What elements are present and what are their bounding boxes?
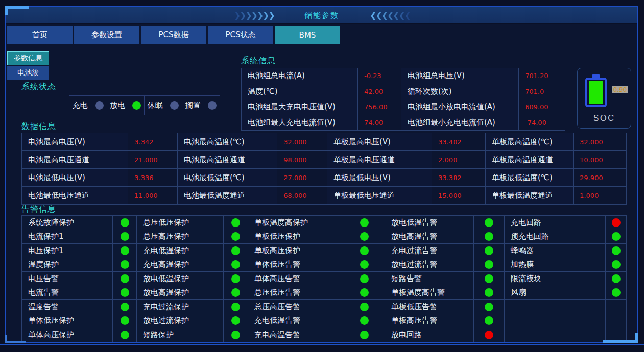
bottom-strip [0,344,644,352]
alarm-status-dot [485,246,493,255]
corner-accent-bottom-left [5,335,26,343]
soc-panel: 0.90 SOC [577,68,631,129]
alarm-dot-cell [113,216,137,230]
alarm-dot-cell [474,328,505,342]
alarm-status-dot [485,331,493,339]
alarm-dot-cell [606,230,627,244]
sysinfo-label-cell: 电池组总电压(V) [401,68,519,84]
system-status-box: 充电放电休眠搁置 [69,95,220,115]
tab-bar: 首页参数设置PCS数据PCS状态BMS [7,26,340,44]
alarm-label: 电压保护1 [22,244,113,258]
datainfo-value-cell: 32.000 [277,133,327,151]
tab-pcs-status[interactable]: PCS状态 [208,26,273,44]
sysinfo-label-cell: 电池组最小充电电流值(A) [401,115,519,131]
alarm-dot-cell [606,216,627,230]
alarm-status-dot [360,246,369,255]
alarm-dot-cell [606,258,627,272]
alarm-dot-cell [344,244,385,258]
alarm-status-dot [485,260,493,269]
status-cell-2: 休眠 [145,96,182,115]
alarm-label: 放电高温告警 [385,230,474,244]
alarm-label: 短路告警 [385,272,474,286]
side-button-param-info[interactable]: 参数信息 [7,51,49,65]
datainfo-label-cell: 单板最低电压通道 [327,187,432,205]
battery-icon [585,78,607,107]
sysinfo-label-cell: 电池组最大充电电压值(V) [242,99,358,115]
alarm-status-dot [360,260,369,269]
sysinfo-value-cell: 701.20 [519,68,565,84]
status-indicator-dot [132,101,141,110]
alarm-dot-cell [606,300,627,314]
tab-param-settings[interactable]: 参数设置 [74,26,139,44]
alarm-label: 总压高压告警 [248,300,344,314]
status-indicator-dot [95,101,104,110]
alarm-label: 充电低温保护 [137,244,224,258]
alarm-status-dot [231,218,240,227]
status-cell-3: 搁置 [182,96,220,115]
sysinfo-value-cell: 701.0 [519,84,565,100]
alarm-status-dot [360,232,369,241]
alarm-status-dot [485,274,493,283]
alarm-label [505,300,606,314]
alarm-label [505,314,606,329]
tab-home[interactable]: 首页 [7,26,73,44]
status-label: 休眠 [148,100,163,110]
tab-bms[interactable]: BMS [275,26,340,44]
system-info-table: 电池组总电流(A)-0.23电池组总电压(V)701.20温度(℃)42.00循… [241,68,565,131]
alarm-label: 加热膜 [505,258,606,272]
datainfo-value-cell: 1.000 [574,187,627,205]
alarm-status-dot [231,246,240,255]
sysinfo-value-cell: -74.00 [519,115,565,131]
alarm-status-dot [485,218,493,227]
alarm-label: 单板低压保护 [248,230,344,244]
datainfo-label-cell: 电池最高电压(V) [22,133,128,151]
alarm-dot-cell [474,300,505,314]
alarm-label: 单板低压告警 [385,300,474,314]
datainfo-label-cell: 电池最低温度通道 [178,187,277,205]
alarm-label: 单板温度高保护 [248,216,344,230]
alarm-status-dot [121,260,129,269]
tab-pcs-data[interactable]: PCS数据 [141,26,206,44]
datainfo-value-cell: 21.000 [128,151,178,169]
alarm-label: 单体高压保护 [22,328,113,342]
status-indicator-dot [208,101,217,110]
system-info-heading: 系统信息 [241,56,276,66]
sysinfo-label-cell: 电池组最小放电电流值(A) [401,99,519,115]
sysinfo-value-cell: 756.00 [358,99,401,115]
alarm-dot-cell [224,216,248,230]
alarm-status-dot [612,232,621,241]
status-cell-0: 充电 [69,96,107,115]
datainfo-label-cell: 单板最高温度(℃) [486,133,574,151]
alarm-status-dot [231,232,240,241]
alarm-status-dot [360,303,369,311]
alarm-status-dot [360,288,369,297]
alarm-dot-cell [344,300,385,314]
alarm-label: 充电高温保护 [137,258,224,272]
alarm-dot-cell [113,272,137,286]
alarm-dot-cell [344,272,385,286]
alarm-dot-cell [113,314,137,329]
title-bar: ❯❯❯❯❯❯❯ 储能参数 ❮❮❮❮❮❮❮ [6,7,637,24]
side-button-battery-cluster[interactable]: 电池簇 [7,66,49,80]
status-cell-1: 放电 [107,96,145,115]
alarm-label: 单体低压保护 [22,314,113,329]
alarm-dot-cell [113,300,137,314]
alarm-status-dot [360,274,369,283]
alarm-label: 蜂鸣器 [505,244,606,258]
sysinfo-value-cell: -0.23 [358,68,401,84]
alarm-label: 预充电回路 [505,230,606,244]
datainfo-value-cell: 27.000 [277,169,327,187]
alarm-dot-cell [344,328,385,342]
alarm-label: 单板高压保护 [248,244,344,258]
alarm-label: 放电过流告警 [385,258,474,272]
alarm-status-dot [360,331,369,339]
alarm-dot-cell [474,216,505,230]
sysinfo-label-cell: 温度(℃) [242,84,358,100]
alarm-status-dot [231,316,240,325]
datainfo-label-cell: 单板最低温度通道 [486,187,574,205]
alarm-label: 电压告警 [22,272,113,286]
status-label: 搁置 [185,100,201,110]
alarm-status-dot [231,260,240,269]
page-title: 储能参数 [304,11,339,20]
datainfo-value-cell: 10.000 [574,151,627,169]
